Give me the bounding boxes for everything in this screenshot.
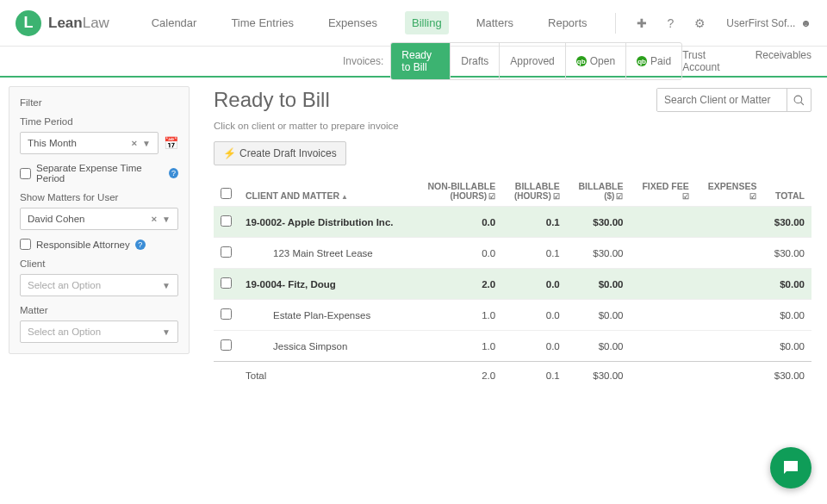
help-tooltip-icon[interactable]: ? (135, 240, 146, 250)
filter-panel: Filter Time Period This Month ×▼ 📅 Separ… (9, 86, 190, 354)
tab-paid-label: Paid (650, 55, 671, 67)
qb-icon: qb (637, 56, 647, 66)
matter-name: Jessica Simpson (239, 331, 414, 362)
search (656, 88, 811, 112)
chevron-down-icon: ▼ (162, 215, 171, 224)
row-checkbox[interactable] (221, 246, 232, 258)
cell (630, 331, 695, 362)
cell (630, 269, 695, 300)
cell: 0.0 (414, 238, 502, 269)
matter-select[interactable]: Select an Option ▼ (20, 320, 178, 343)
nav-reports[interactable]: Reports (541, 11, 594, 34)
qb-icon: qb (576, 56, 587, 66)
tab-open[interactable]: qbOpen (566, 43, 626, 79)
total-label: Total (239, 362, 414, 390)
col-nonbillable[interactable]: NON-BILLABLE(HOURS)☑ (414, 176, 502, 207)
cell: $0.00 (567, 300, 631, 331)
tab-paid[interactable]: qbPaid (626, 43, 681, 79)
page-title: Ready to Bill (214, 88, 330, 112)
cell: 2.0 (414, 269, 502, 300)
col-client[interactable]: CLIENT AND MATTER▲ (239, 176, 414, 207)
matter-placeholder: Select an Option (28, 327, 101, 337)
row-checkbox[interactable] (221, 277, 232, 289)
col-billable-hours[interactable]: BILLABLE(HOURS)☑ (502, 176, 567, 207)
time-period-value: This Month (28, 138, 77, 148)
gear-icon[interactable]: ⚙ (694, 16, 706, 30)
calendar-icon[interactable]: 📅 (164, 136, 178, 150)
page-subtitle: Click on client or matter to prepare inv… (214, 121, 811, 131)
subnav-right: Trust Account Receivables (682, 49, 811, 73)
link-trust-account[interactable]: Trust Account (682, 49, 737, 73)
nav-expenses[interactable]: Expenses (321, 11, 384, 34)
subnav: Invoices: Ready to Bill Drafts Approved … (0, 47, 827, 78)
row-checkbox[interactable] (221, 215, 232, 227)
row-checkbox[interactable] (221, 308, 232, 320)
cell: $30.00 (567, 362, 631, 390)
tab-drafts[interactable]: Drafts (451, 43, 500, 79)
cell: $0.00 (567, 269, 631, 300)
nav-matters[interactable]: Matters (469, 11, 520, 34)
tab-ready-to-bill[interactable]: Ready to Bill (391, 43, 451, 79)
clear-icon[interactable]: × (151, 214, 157, 224)
cell: 0.0 (502, 269, 567, 300)
cell: 0.0 (502, 331, 567, 362)
checked-icon: ☑ (553, 192, 560, 201)
responsible-label: Responsible Attorney (36, 240, 130, 250)
search-button[interactable] (787, 89, 811, 111)
nav-calendar[interactable]: Calendar (145, 11, 204, 34)
client-label: Client (20, 258, 178, 269)
search-input[interactable] (657, 89, 787, 111)
help-icon[interactable]: ? (668, 16, 675, 30)
checked-icon: ☑ (749, 192, 756, 201)
help-tooltip-icon[interactable]: ? (169, 168, 178, 178)
create-draft-invoices-button[interactable]: ⚡ Create Draft Invoices (214, 141, 346, 165)
tab-open-label: Open (590, 55, 615, 67)
user-select[interactable]: David Cohen ×▼ (20, 208, 178, 230)
clear-icon[interactable]: × (131, 138, 137, 148)
table-row[interactable]: Estate Plan-Expenses 1.0 0.0 $0.00 $0.00 (214, 300, 811, 331)
logo[interactable]: L LeanLaw (16, 10, 109, 36)
plus-icon[interactable]: ✚ (637, 16, 647, 30)
invoice-tabs: Ready to Bill Drafts Approved qbOpen qbP… (390, 42, 682, 80)
logo-brand-a: Lean (48, 15, 83, 31)
cell: $30.00 (763, 238, 811, 269)
table-group-row[interactable]: 19-0002- Apple Distribution Inc. 0.0 0.1… (214, 207, 811, 238)
user-avatar-icon: ☻ (800, 17, 811, 29)
create-btn-label: Create Draft Invoices (239, 147, 337, 159)
table-row[interactable]: 123 Main Street Lease 0.0 0.1 $30.00 $30… (214, 238, 811, 269)
cell: $0.00 (763, 269, 811, 300)
logo-icon: L (16, 10, 41, 36)
cell: 1.0 (414, 331, 502, 362)
lightning-icon: ⚡ (223, 147, 236, 159)
cell: $30.00 (763, 362, 811, 390)
nav-time-entries[interactable]: Time Entries (224, 11, 300, 34)
topbar: L LeanLaw Calendar Time Entries Expenses… (0, 0, 827, 47)
client-select[interactable]: Select an Option ▼ (20, 274, 178, 296)
select-all-checkbox[interactable] (221, 188, 232, 199)
cell: $30.00 (763, 207, 811, 238)
table-group-row[interactable]: 19-0004- Fitz, Doug 2.0 0.0 $0.00 $0.00 (214, 269, 811, 300)
matter-name: Estate Plan-Expenses (239, 300, 414, 331)
col-billable-dollars[interactable]: BILLABLE($)☑ (567, 176, 631, 207)
checked-icon: ☑ (488, 192, 495, 201)
responsible-attorney-checkbox[interactable] (20, 239, 31, 250)
cell (630, 238, 695, 269)
link-receivables[interactable]: Receivables (755, 49, 811, 73)
table-row[interactable]: Jessica Simpson 1.0 0.0 $0.00 $0.00 (214, 331, 811, 362)
cell: 0.1 (502, 362, 567, 390)
col-fixed-fee[interactable]: FIXED FEE☑ (630, 176, 695, 207)
client-name: 19-0004- Fitz, Doug (239, 269, 414, 300)
row-checkbox[interactable] (221, 339, 232, 351)
time-period-select[interactable]: This Month ×▼ (20, 132, 159, 154)
cell (696, 362, 764, 390)
separate-expense-checkbox[interactable] (20, 168, 31, 179)
content: Filter Time Period This Month ×▼ 📅 Separ… (0, 78, 827, 400)
tab-approved[interactable]: Approved (500, 43, 565, 79)
user-name: UserFirst Sof... (726, 17, 795, 29)
topnav: Calendar Time Entries Expenses Billing M… (145, 11, 811, 34)
main: Ready to Bill Click on client or matter … (198, 78, 827, 400)
nav-billing[interactable]: Billing (405, 11, 449, 34)
col-expenses[interactable]: EXPENSES☑ (696, 176, 764, 207)
cell (630, 207, 695, 238)
user-menu[interactable]: UserFirst Sof... ☻ (726, 17, 811, 29)
